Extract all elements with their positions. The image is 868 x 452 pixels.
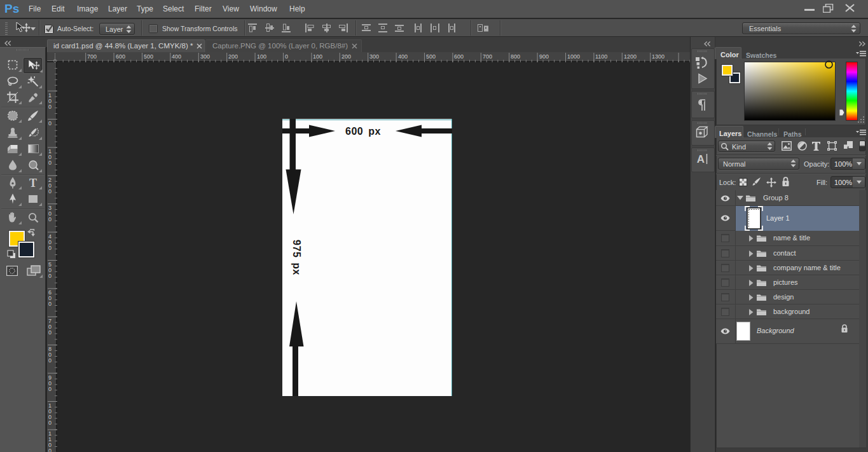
- svg-text:T: T: [29, 177, 37, 188]
- svg-text:A: A: [697, 153, 705, 165]
- svg-text:600 px: 600 px: [345, 126, 381, 137]
